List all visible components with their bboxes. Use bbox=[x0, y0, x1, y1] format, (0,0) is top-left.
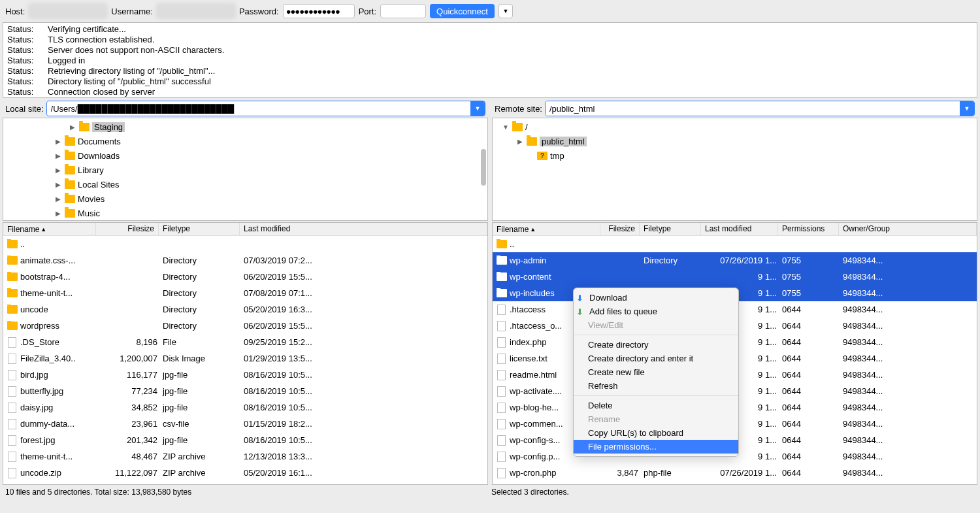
file-row[interactable]: wp-adminDirectory07/26/2019 1...07559498… bbox=[493, 252, 977, 269]
file-row[interactable]: .DS_Store8,196File09/25/2019 15:2... bbox=[3, 334, 487, 350]
file-icon bbox=[8, 452, 16, 462]
context-menu-item[interactable]: ⬇Add files to queue bbox=[574, 305, 738, 318]
context-menu-item[interactable]: Copy URL(s) to clipboard bbox=[574, 426, 738, 440]
host-input[interactable] bbox=[29, 4, 107, 18]
context-menu-item[interactable]: Create directory and enter it bbox=[574, 352, 738, 365]
dropdown-arrow-icon[interactable]: ▼ bbox=[470, 101, 485, 116]
context-menu[interactable]: ⬇Download⬇Add files to queueView/EditCre… bbox=[573, 288, 739, 457]
expand-arrow-icon[interactable]: ▶ bbox=[54, 152, 62, 159]
download-icon: ⬇ bbox=[576, 293, 585, 303]
context-menu-item[interactable]: Create new file bbox=[574, 365, 738, 379]
column-filetype[interactable]: Filetype bbox=[159, 223, 240, 235]
local-file-list[interactable]: Filename▲ Filesize Filetype Last modifie… bbox=[3, 222, 488, 485]
remote-list-header[interactable]: Filename▲ Filesize Filetype Last modifie… bbox=[493, 223, 977, 236]
column-filesize[interactable]: Filesize bbox=[600, 223, 640, 235]
file-icon bbox=[8, 337, 16, 348]
tree-item[interactable]: ▶Documents bbox=[3, 134, 487, 148]
remote-tree[interactable]: ▼/▶public_html?tmp bbox=[492, 118, 977, 221]
file-row[interactable]: bootstrap-4...Directory06/20/2019 15:5..… bbox=[3, 269, 487, 285]
file-row[interactable]: uncodeDirectory05/20/2019 16:3... bbox=[3, 301, 487, 318]
folder-icon bbox=[65, 166, 75, 174]
file-icon bbox=[497, 321, 506, 331]
file-icon bbox=[497, 452, 506, 462]
host-label: Host: bbox=[5, 7, 25, 16]
expand-arrow-icon[interactable]: ▶ bbox=[516, 138, 524, 145]
file-row[interactable]: bird.jpg116,177jpg-file08/16/2019 10:5..… bbox=[3, 367, 487, 383]
column-owner-group[interactable]: Owner/Group bbox=[839, 223, 977, 235]
password-input[interactable] bbox=[283, 4, 355, 18]
file-icon bbox=[497, 305, 506, 315]
file-row[interactable]: dummy-data...23,961csv-file01/15/2019 18… bbox=[3, 416, 487, 432]
tree-item[interactable]: ▶Staging bbox=[3, 120, 487, 134]
file-row[interactable]: daisy.jpg34,852jpg-file08/16/2019 10:5..… bbox=[3, 399, 487, 416]
status-log: Status:Verifying certificate...Status:TL… bbox=[3, 22, 977, 98]
file-icon bbox=[497, 370, 506, 380]
file-row[interactable]: wp-content9 1...07559498344... bbox=[493, 269, 977, 285]
file-row[interactable]: FileZilla_3.40..1,200,007Disk Image01/29… bbox=[3, 350, 487, 367]
quickconnect-dropdown-icon[interactable]: ▼ bbox=[498, 4, 513, 18]
folder-icon bbox=[65, 195, 75, 203]
column-last-modified[interactable]: Last modified bbox=[240, 223, 487, 235]
file-row[interactable]: uncode.zip11,122,097ZIP archive05/20/201… bbox=[3, 465, 487, 481]
username-label: Username: bbox=[111, 7, 153, 16]
expand-arrow-icon[interactable]: ▶ bbox=[54, 138, 62, 145]
column-filename[interactable]: Filename▲ bbox=[3, 223, 96, 235]
local-tree[interactable]: ▶Staging▶Documents▶Downloads▶Library▶Loc… bbox=[3, 118, 488, 221]
column-last-modified[interactable]: Last modified bbox=[701, 223, 778, 235]
file-icon bbox=[8, 370, 16, 380]
file-icon bbox=[497, 419, 506, 429]
quickconnect-button[interactable]: Quickconnect bbox=[430, 4, 495, 18]
context-menu-item[interactable]: Delete bbox=[574, 399, 738, 412]
column-filetype[interactable]: Filetype bbox=[640, 223, 701, 235]
log-line: Status:Verifying certificate... bbox=[7, 24, 973, 35]
expand-arrow-icon[interactable]: ▶ bbox=[54, 210, 62, 217]
tree-item[interactable]: ▶public_html bbox=[493, 134, 977, 148]
sort-asc-icon: ▲ bbox=[530, 226, 536, 233]
file-row[interactable]: forest.jpg201,342jpg-file08/16/2019 10:5… bbox=[3, 432, 487, 448]
tree-item[interactable]: ▶Downloads bbox=[3, 148, 487, 163]
file-row[interactable]: .. bbox=[493, 236, 977, 252]
username-input[interactable] bbox=[157, 4, 235, 18]
column-filename[interactable]: Filename▲ bbox=[493, 223, 600, 235]
local-list-header[interactable]: Filename▲ Filesize Filetype Last modifie… bbox=[3, 223, 487, 236]
log-line: Status:TLS connection established. bbox=[7, 35, 973, 45]
file-icon bbox=[497, 403, 506, 413]
context-menu-item[interactable]: Refresh bbox=[574, 379, 738, 393]
tree-item[interactable]: ?tmp bbox=[493, 148, 977, 163]
expand-arrow-icon[interactable]: ▶ bbox=[54, 195, 62, 203]
column-permissions[interactable]: Permissions bbox=[778, 223, 839, 235]
tree-item[interactable]: ▶Library bbox=[3, 163, 487, 177]
file-row[interactable]: theme-unit-t...Directory07/08/2019 07:1.… bbox=[3, 285, 487, 301]
expand-arrow-icon[interactable]: ▶ bbox=[54, 181, 62, 188]
local-path-input[interactable] bbox=[47, 101, 470, 116]
expand-arrow-icon[interactable]: ▶ bbox=[69, 124, 76, 131]
file-icon bbox=[8, 468, 16, 478]
file-row[interactable]: theme-unit-t...48,467ZIP archive12/13/20… bbox=[3, 448, 487, 465]
file-row[interactable]: butterfly.jpg77,234jpg-file08/16/2019 10… bbox=[3, 383, 487, 399]
tree-item[interactable]: ▶Movies bbox=[3, 191, 487, 206]
local-path-combo[interactable]: ▼ bbox=[46, 101, 485, 116]
remote-path-input[interactable] bbox=[546, 101, 960, 116]
expand-arrow-icon[interactable]: ▶ bbox=[54, 167, 62, 174]
file-row[interactable]: .. bbox=[3, 236, 487, 252]
scrollbar-thumb[interactable] bbox=[481, 149, 486, 186]
expand-arrow-icon[interactable]: ▼ bbox=[502, 124, 510, 131]
context-menu-item[interactable]: File permissions... bbox=[574, 440, 738, 454]
dropdown-arrow-icon[interactable]: ▼ bbox=[960, 101, 974, 116]
tree-item[interactable]: ▼/ bbox=[493, 120, 977, 134]
context-menu-item[interactable]: ⬇Download bbox=[574, 291, 738, 305]
port-input[interactable] bbox=[380, 4, 426, 18]
tree-item[interactable]: ▶Music bbox=[3, 206, 487, 220]
folder-icon bbox=[497, 273, 507, 281]
status-bar: 10 files and 5 directories. Total size: … bbox=[0, 485, 980, 499]
file-row[interactable]: wp-cron.php3,847php-file07/26/2019 1...0… bbox=[493, 465, 977, 481]
file-row[interactable]: animate.css-...Directory07/03/2019 07:2.… bbox=[3, 252, 487, 269]
file-icon bbox=[8, 403, 16, 413]
column-filesize[interactable]: Filesize bbox=[96, 223, 159, 235]
file-row[interactable]: wordpressDirectory06/20/2019 15:5... bbox=[3, 318, 487, 334]
remote-path-combo[interactable]: ▼ bbox=[545, 101, 975, 116]
log-line: Status:Retrieving directory listing of "… bbox=[7, 66, 973, 76]
tree-item[interactable]: ▶Local Sites bbox=[3, 177, 487, 191]
folder-icon bbox=[512, 123, 523, 131]
context-menu-item[interactable]: Create directory bbox=[574, 338, 738, 352]
